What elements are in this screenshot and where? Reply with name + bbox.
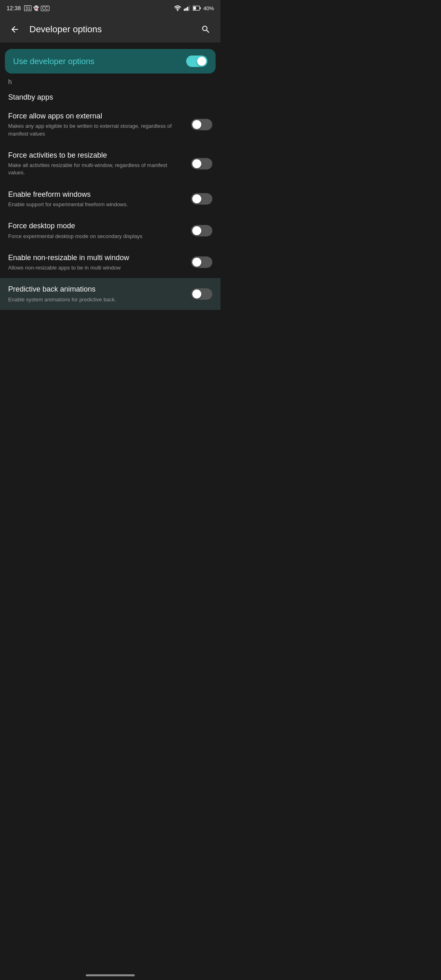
item-title-enable-freeform-windows: Enable freeform windows	[8, 190, 185, 199]
item-content-force-allow-external: Force allow apps on external Makes any a…	[8, 111, 191, 138]
svg-rect-1	[184, 9, 185, 11]
captions-icon: CC	[41, 6, 49, 11]
ghost-icon: 👻	[33, 5, 39, 11]
status-bar-right: 40%	[174, 5, 214, 11]
toggle-enable-freeform-windows[interactable]	[191, 193, 212, 205]
svg-rect-7	[194, 7, 196, 10]
toggle-track	[191, 193, 212, 205]
item-content-predictive-back: Predictive back animations Enable system…	[8, 285, 191, 303]
item-subtitle-force-activities-resizable: Make all activities resizable for multi-…	[8, 162, 185, 176]
toggle-enable-non-resizable[interactable]	[191, 256, 212, 268]
app-bar: Developer options	[0, 16, 220, 42]
toggle-track	[191, 158, 212, 169]
svg-rect-3	[187, 7, 188, 11]
item-content-force-desktop-mode: Force desktop mode Force experimental de…	[8, 221, 191, 240]
calendar-icon: 31	[24, 5, 31, 11]
section-header-standby-apps: Standby apps	[0, 85, 220, 105]
toggle-force-desktop-mode[interactable]	[191, 225, 212, 236]
status-bar-left: 12:38 31 👻 CC	[7, 5, 49, 11]
developer-options-label: Use developer options	[13, 57, 94, 66]
search-icon	[201, 24, 211, 34]
search-button[interactable]	[198, 21, 214, 38]
toggle-track	[191, 288, 212, 300]
developer-options-toggle-card[interactable]: Use developer options	[5, 49, 216, 74]
item-content-enable-non-resizable: Enable non-resizable in multi window All…	[8, 253, 191, 272]
back-button[interactable]	[7, 21, 23, 38]
toggle-predictive-back[interactable]	[191, 288, 212, 300]
toggle-thumb	[192, 290, 201, 298]
toggle-track	[191, 119, 212, 130]
list-item[interactable]: Force activities to be resizable Make al…	[0, 144, 220, 183]
item-title-force-desktop-mode: Force desktop mode	[8, 221, 185, 231]
item-content-force-activities-resizable: Force activities to be resizable Make al…	[8, 151, 191, 177]
battery-percent: 40%	[203, 5, 214, 11]
toggle-thumb	[192, 194, 201, 203]
item-subtitle-force-allow-external: Makes any app eligible to be written to …	[8, 122, 185, 137]
item-subtitle-enable-freeform-windows: Enable support for experimental freeform…	[8, 201, 185, 208]
partial-text: h	[0, 77, 220, 85]
list-item[interactable]: Force allow apps on external Makes any a…	[0, 105, 220, 144]
toggle-track	[191, 225, 212, 236]
item-title-force-allow-external: Force allow apps on external	[8, 111, 185, 121]
toggle-thumb	[192, 159, 201, 168]
item-content-enable-freeform-windows: Enable freeform windows Enable support f…	[8, 190, 191, 209]
list-item[interactable]: Predictive back animations Enable system…	[0, 278, 220, 310]
item-subtitle-predictive-back: Enable system animations for predictive …	[8, 296, 185, 303]
battery-icon	[193, 6, 201, 11]
list-item[interactable]: Force desktop mode Force experimental de…	[0, 215, 220, 247]
toggle-track	[191, 256, 212, 268]
toggle-force-activities-resizable[interactable]	[191, 158, 212, 169]
svg-point-0	[177, 10, 178, 11]
notification-icons: 31 👻 CC	[24, 5, 49, 11]
toggle-thumb	[192, 258, 201, 267]
item-title-predictive-back: Predictive back animations	[8, 285, 185, 294]
signal-icon	[184, 5, 190, 11]
page-title: Developer options	[29, 24, 191, 35]
list-item[interactable]: Enable freeform windows Enable support f…	[0, 183, 220, 215]
item-title-enable-non-resizable: Enable non-resizable in multi window	[8, 253, 185, 263]
svg-rect-2	[185, 8, 187, 11]
toggle-thumb	[192, 120, 201, 129]
toggle-thumb	[197, 57, 206, 66]
status-bar: 12:38 31 👻 CC 40%	[0, 0, 220, 16]
item-subtitle-force-desktop-mode: Force experimental desktop mode on secon…	[8, 233, 185, 240]
list-item[interactable]: Enable non-resizable in multi window All…	[0, 247, 220, 278]
developer-options-toggle[interactable]	[186, 56, 207, 67]
svg-rect-4	[189, 6, 190, 11]
item-subtitle-enable-non-resizable: Allows non-resizable apps to be in multi…	[8, 264, 185, 272]
svg-rect-6	[200, 7, 200, 9]
status-time: 12:38	[7, 5, 21, 11]
item-title-force-activities-resizable: Force activities to be resizable	[8, 151, 185, 160]
back-arrow-icon	[10, 24, 20, 34]
toggle-force-allow-external[interactable]	[191, 119, 212, 130]
toggle-track	[186, 56, 207, 67]
settings-list: Force allow apps on external Makes any a…	[0, 105, 220, 310]
wifi-icon	[174, 5, 181, 11]
toggle-thumb	[192, 226, 201, 235]
